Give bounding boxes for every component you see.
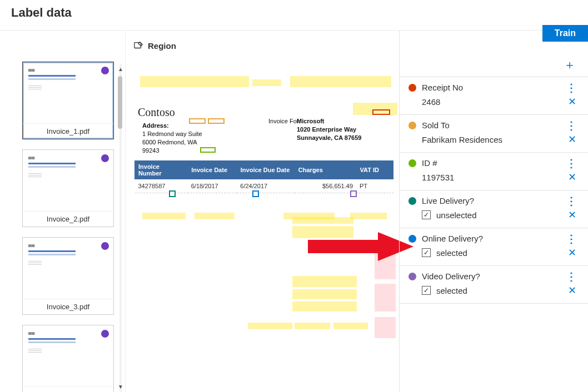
label-field: Online Delivery?⋮✓selected✕ bbox=[400, 228, 588, 266]
td-invoice-number: 34278587 bbox=[135, 179, 188, 193]
thumbnail-tile[interactable]: ████Invoice_1.pdf bbox=[22, 62, 114, 139]
thumbnail-tile[interactable]: ████Invoice_4.pdf bbox=[22, 325, 114, 392]
label-field: Receipt No⋮2468✕ bbox=[400, 77, 588, 115]
field-more-icon[interactable]: ⋮ bbox=[566, 123, 577, 128]
canvas-toolbar: Region bbox=[133, 37, 391, 58]
address-line-1: 1 Redmond way Suite bbox=[142, 130, 202, 137]
invoice-for-line-1: Microsoft bbox=[297, 118, 325, 124]
td-vat: PT bbox=[356, 179, 393, 193]
clear-value-icon[interactable]: ✕ bbox=[567, 209, 577, 221]
field-color-dot bbox=[408, 273, 416, 280]
company-name: Contoso bbox=[138, 106, 175, 119]
tagged-dot-icon bbox=[101, 242, 109, 250]
thumbnail-tile[interactable]: ████Invoice_2.pdf bbox=[22, 149, 114, 227]
thumbnail-caption: Invoice_3.pdf bbox=[23, 299, 113, 314]
scroll-up-icon[interactable]: ▲ bbox=[118, 67, 123, 72]
tagged-dot-icon bbox=[101, 67, 109, 74]
thumbnail-caption: Invoice_1.pdf bbox=[23, 123, 113, 139]
clear-value-icon[interactable]: ✕ bbox=[567, 96, 577, 108]
th-charges: Charges bbox=[295, 161, 356, 179]
scroll-thumb[interactable] bbox=[118, 76, 122, 129]
thumbnail-caption: Invoice_4.pdf bbox=[23, 386, 113, 392]
th-invoice-due: Invoice Due Date bbox=[237, 161, 295, 179]
field-more-icon[interactable]: ⋮ bbox=[566, 86, 577, 90]
field-more-icon[interactable]: ⋮ bbox=[566, 274, 577, 279]
checkbox-icon: ✓ bbox=[422, 248, 431, 257]
invoice-for-line-3: Sunnayvale, CA 87659 bbox=[297, 134, 361, 141]
thumbnail-tile[interactable]: ████Invoice_3.pdf bbox=[22, 237, 114, 315]
region-tool-icon[interactable] bbox=[133, 41, 143, 51]
train-button[interactable]: Train bbox=[542, 25, 588, 42]
field-more-icon[interactable]: ⋮ bbox=[566, 199, 577, 203]
invoice-for-line-2: 1020 Enterprise Way bbox=[297, 126, 356, 133]
label-field: Video Delivery?⋮✓selected✕ bbox=[400, 266, 588, 304]
field-name[interactable]: ID # bbox=[422, 158, 560, 168]
thumbnail-sidebar: ████Invoice_1.pdf████Invoice_2.pdf████In… bbox=[0, 31, 125, 392]
label-field: ID #⋮1197531✕ bbox=[400, 153, 588, 190]
field-color-dot bbox=[408, 197, 416, 205]
checkbox-icon: ✓ bbox=[422, 210, 431, 219]
th-vat: VAT ID bbox=[356, 161, 393, 179]
field-more-icon[interactable]: ⋮ bbox=[566, 161, 577, 165]
tagged-dot-icon bbox=[101, 330, 109, 338]
scroll-down-icon[interactable]: ▼ bbox=[118, 384, 123, 390]
svg-rect-1 bbox=[308, 240, 378, 253]
td-invoice-due: 6/24/2017 bbox=[237, 179, 295, 193]
address-line-3: 99243 bbox=[142, 147, 160, 154]
invoice-table: Invoice Number Invoice Date Invoice Due … bbox=[134, 160, 393, 193]
checkbox-icon: ✓ bbox=[422, 286, 431, 295]
page-title: Label data bbox=[0, 0, 588, 31]
field-value: selected bbox=[436, 286, 561, 295]
add-field-row[interactable]: ＋ bbox=[400, 53, 588, 77]
label-field: Sold To⋮Fabrikam Residences✕ bbox=[400, 115, 588, 153]
add-icon[interactable]: ＋ bbox=[564, 57, 576, 73]
label-panel: Train ＋ Receipt No⋮2468✕Sold To⋮Fabrikam… bbox=[399, 31, 588, 392]
field-color-dot bbox=[408, 159, 416, 167]
field-value: Fabrikam Residences bbox=[422, 135, 561, 144]
field-value: 2468 bbox=[422, 97, 561, 107]
field-name[interactable]: Sold To bbox=[422, 120, 560, 130]
sidebar-scrollbar[interactable]: ▲ ▼ bbox=[116, 64, 125, 392]
field-value: 1197531 bbox=[422, 173, 561, 182]
invoice-for-label: Invoice For: bbox=[268, 118, 300, 124]
field-value: unselected bbox=[436, 210, 561, 220]
document-preview: Contoso Address: 1 Redmond way Suite 600… bbox=[133, 58, 391, 392]
label-field: Live Delivery?⋮✓unselected✕ bbox=[400, 190, 588, 228]
field-name[interactable]: Online Delivery? bbox=[422, 234, 560, 243]
th-invoice-date: Invoice Date bbox=[188, 161, 237, 179]
field-name[interactable]: Video Delivery? bbox=[422, 272, 560, 281]
field-more-icon[interactable]: ⋮ bbox=[566, 237, 577, 241]
td-invoice-date: 6/18/2017 bbox=[188, 179, 237, 193]
main-layout: ████Invoice_1.pdf████Invoice_2.pdf████In… bbox=[0, 31, 588, 392]
thumbnail-caption: Invoice_2.pdf bbox=[23, 211, 113, 227]
clear-value-icon[interactable]: ✕ bbox=[567, 171, 577, 183]
clear-value-icon[interactable]: ✕ bbox=[567, 284, 577, 296]
field-name[interactable]: Live Delivery? bbox=[422, 196, 560, 205]
clear-value-icon[interactable]: ✕ bbox=[567, 133, 577, 145]
field-color-dot bbox=[408, 122, 416, 129]
region-tool-label[interactable]: Region bbox=[148, 41, 176, 51]
field-value: selected bbox=[436, 248, 561, 258]
field-color-dot bbox=[408, 84, 416, 92]
th-invoice-number: Invoice Number bbox=[135, 161, 188, 179]
address-line-2: 6000 Redmond, WA bbox=[142, 139, 197, 145]
field-name[interactable]: Receipt No bbox=[422, 83, 560, 92]
document-canvas[interactable]: Region bbox=[125, 31, 399, 392]
td-charges: $56,651.49 bbox=[295, 179, 356, 193]
tagged-dot-icon bbox=[101, 154, 109, 162]
address-label: Address: bbox=[142, 122, 169, 129]
field-color-dot bbox=[408, 235, 416, 243]
clear-value-icon[interactable]: ✕ bbox=[567, 247, 577, 259]
